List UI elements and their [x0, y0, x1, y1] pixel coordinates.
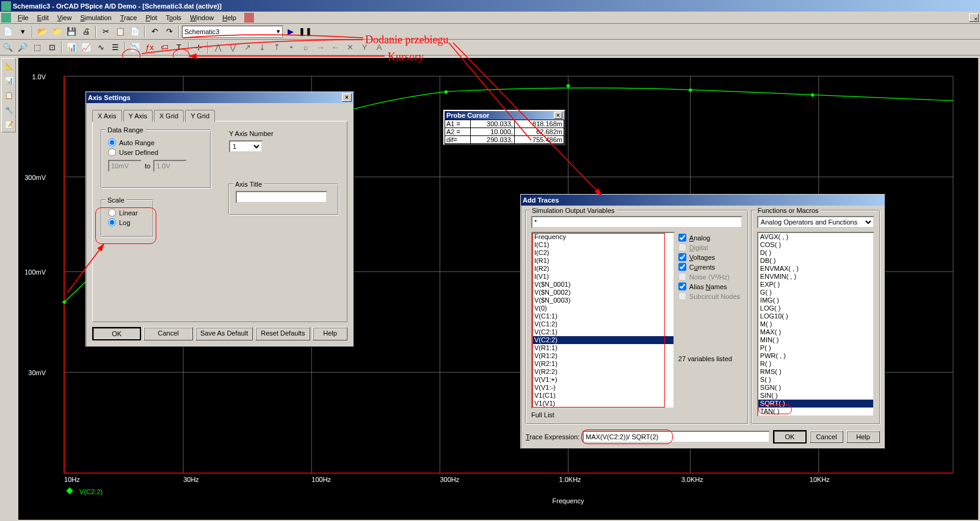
sidebar-btn-2[interactable]: 📊 — [3, 74, 15, 87]
var-item[interactable]: I(V1) — [532, 273, 673, 281]
range-to-input[interactable] — [153, 160, 187, 172]
cursor-prev-button[interactable]: ← — [328, 41, 342, 54]
menu-help[interactable]: Help — [218, 13, 241, 23]
sidebar-btn-5[interactable]: 📝 — [3, 118, 15, 131]
cursor-trough-button[interactable]: ⋁ — [226, 41, 239, 54]
var-item[interactable]: V($N_0002) — [532, 289, 673, 296]
cursor-max-button[interactable]: ⤒ — [270, 41, 283, 54]
eval-button[interactable]: ƒx — [143, 41, 156, 54]
log-radio[interactable]: Log — [108, 218, 147, 226]
var-item[interactable]: I(R1) — [532, 257, 673, 265]
var-item[interactable]: V($N_0001) — [532, 281, 673, 289]
var-item[interactable]: Frequency — [532, 233, 673, 241]
help-icon[interactable] — [244, 13, 254, 23]
new-button[interactable]: 📄 — [1, 25, 15, 38]
axis-help-button[interactable]: Help — [313, 327, 347, 340]
zoom-fit-button[interactable]: ⊡ — [45, 41, 59, 54]
var-item[interactable]: V2(C1) — [532, 408, 673, 409]
zoom-in-button[interactable]: 🔍 — [1, 41, 15, 54]
func-item[interactable]: SQRT( ) — [758, 400, 873, 408]
axis-save-button[interactable]: Save As Default — [195, 327, 253, 340]
axis-reset-button[interactable]: Reset Defaults — [255, 327, 310, 340]
func-item[interactable]: D( ) — [758, 249, 873, 257]
yaxis-number-select[interactable]: 1 — [229, 140, 263, 153]
add-traces-dialog[interactable]: Add Traces Simulation Output Variables F… — [520, 194, 885, 449]
functions-listbox[interactable]: AVG( )AVGX( , )COS( )D( )DB( )ENVMAX( , … — [757, 232, 874, 417]
zoom-out-button[interactable]: 🔎 — [16, 41, 29, 54]
var-item[interactable]: V(C2:2) — [532, 336, 673, 344]
func-item[interactable]: ENVMIN( , ) — [758, 273, 873, 281]
trace-expression-input[interactable] — [583, 431, 770, 443]
func-item[interactable]: P( ) — [758, 344, 873, 352]
add-trace-button[interactable]: 📉 — [128, 41, 142, 54]
func-item[interactable]: LOG10( ) — [758, 312, 873, 320]
log-x-button[interactable]: 📊 — [65, 41, 78, 54]
cursor-search-button[interactable]: ⌕ — [299, 41, 313, 54]
cursor-point-button[interactable]: • — [285, 41, 298, 54]
probe-cursor-window[interactable]: Probe Cursor × A1 =300.033,818.168m A2 =… — [443, 110, 565, 145]
zoom-area-button[interactable]: ⬚ — [31, 41, 44, 54]
cursor-button[interactable]: ⊹ — [192, 41, 205, 54]
func-item[interactable]: AVGX( , ) — [758, 233, 873, 241]
func-item[interactable]: SIN( ) — [758, 392, 873, 400]
func-item[interactable]: ENVMAX( , ) — [758, 265, 873, 273]
range-from-input[interactable] — [108, 160, 142, 172]
axis-dialog-titlebar[interactable]: Axis Settings × — [86, 92, 354, 103]
save-button[interactable]: 💾 — [65, 25, 78, 38]
fft-button[interactable]: ∿ — [94, 41, 107, 54]
menu-tools[interactable]: Tools — [161, 13, 186, 23]
func-item[interactable]: LOG( ) — [758, 304, 873, 312]
open-button[interactable]: 📂 — [35, 25, 49, 38]
add-traces-titlebar[interactable]: Add Traces — [521, 195, 885, 206]
var-item[interactable]: V(R1:2) — [532, 352, 673, 360]
cursor-next-button[interactable]: → — [314, 41, 327, 54]
addtraces-help-button[interactable]: Help — [846, 431, 880, 443]
functions-combo[interactable]: Analog Operators and Functions — [757, 216, 874, 228]
func-item[interactable]: MAX( ) — [758, 328, 873, 336]
func-item[interactable]: G( ) — [758, 289, 873, 296]
open2-button[interactable]: 📁 — [50, 25, 64, 38]
func-item[interactable]: R( ) — [758, 360, 873, 368]
schematic-combo[interactable]: Schematic3 ▾ — [182, 26, 283, 38]
var-item[interactable]: I(R2) — [532, 265, 673, 273]
var-item[interactable]: V(C1:2) — [532, 320, 673, 328]
addtraces-ok-button[interactable]: OK — [773, 430, 807, 444]
tab-y-grid[interactable]: Y Grid — [185, 110, 215, 122]
auto-range-radio[interactable]: Auto Range — [108, 138, 204, 146]
func-item[interactable]: IMG( ) — [758, 296, 873, 304]
paste-button[interactable]: 📄 — [128, 25, 142, 38]
menu-view[interactable]: View — [53, 13, 76, 23]
perf-button[interactable]: ☰ — [109, 41, 122, 54]
func-item[interactable]: TAN( ) — [758, 408, 873, 415]
axis-dialog-close[interactable]: × — [342, 93, 352, 102]
sidebar-btn-1[interactable]: 📐 — [3, 60, 15, 72]
var-item[interactable]: V(R1:1) — [532, 344, 673, 352]
cursor-min-button[interactable]: ⤓ — [255, 41, 269, 54]
cursor-y-button[interactable]: Y — [358, 41, 371, 54]
cursor-x-button[interactable]: ✕ — [343, 41, 357, 54]
menu-window[interactable]: Window — [186, 13, 218, 23]
undo-button[interactable]: ↶ — [148, 25, 161, 38]
var-item[interactable]: V(R2:2) — [532, 368, 673, 376]
var-item[interactable]: V(0) — [532, 304, 673, 312]
sim-filter-input[interactable] — [531, 216, 742, 228]
run-button[interactable]: ▶ — [284, 25, 297, 38]
variables-listbox[interactable]: FrequencyI(C1)I(C2)I(R1)I(R2)I(V1)V($N_0… — [531, 232, 675, 409]
copy-button[interactable]: 📋 — [114, 25, 127, 38]
log-y-button[interactable]: 📈 — [79, 41, 93, 54]
tab-x-axis[interactable]: X Axis — [92, 110, 122, 122]
linear-radio[interactable]: Linear — [108, 209, 147, 217]
addtraces-cancel-button[interactable]: Cancel — [810, 431, 843, 443]
menu-simulation[interactable]: Simulation — [76, 13, 115, 23]
menu-plot[interactable]: Plot — [141, 13, 161, 23]
print-button[interactable]: 🖨 — [79, 25, 93, 38]
currents-check[interactable]: Currents — [678, 263, 742, 271]
var-item[interactable]: I(C2) — [532, 249, 673, 257]
marker-button[interactable]: 🏷 — [158, 41, 171, 54]
axis-cancel-button[interactable]: Cancel — [143, 327, 192, 340]
cut-button[interactable]: ✂ — [99, 25, 112, 38]
func-item[interactable]: S( ) — [758, 376, 873, 384]
var-item[interactable]: V1(C1) — [532, 392, 673, 400]
dropdown-arrow[interactable]: ▾ — [16, 25, 29, 38]
pause-button[interactable]: ❚❚ — [299, 25, 312, 38]
